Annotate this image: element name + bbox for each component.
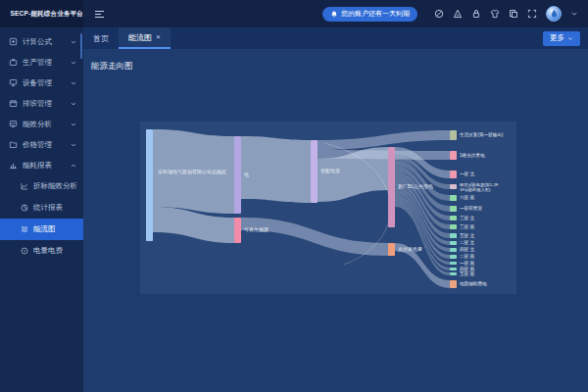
sidebar-subitem-label: 电量电费 <box>33 246 63 256</box>
sidebar-subitem-label: 折标能效分析 <box>33 181 77 191</box>
menu-collapse-icon[interactable] <box>94 10 105 19</box>
sankey-node-label: 二层 北 <box>460 240 474 246</box>
sidebar-subitem-electricity-fee[interactable]: 电量电费 <box>0 240 83 262</box>
fullscreen-icon[interactable] <box>527 9 537 19</box>
sankey-node-company[interactable] <box>146 129 153 241</box>
sidebar-item-formula[interactable]: 计算公式 <box>0 31 83 52</box>
sankey-node-label: 一层 北 <box>460 172 474 177</box>
sankey-node-label: 三层 北 <box>460 216 474 221</box>
sidebar-item-production[interactable]: 生产管理 <box>0 52 83 73</box>
sankey-node-f3n[interactable] <box>450 216 457 220</box>
sankey-link-renew-pv[interactable] <box>241 218 388 256</box>
sidebar-subitem-coal-analysis[interactable]: 折标能效分析 <box>0 175 83 197</box>
schedule-icon <box>9 99 18 108</box>
account-expiry-notice[interactable]: 您的账户还有一天到期 <box>322 7 417 22</box>
sankey-node-label: 一层研发室 <box>460 205 482 211</box>
logo-text: SECP-能耗综合业务平台 <box>11 10 83 19</box>
app-window: SECP-能耗综合业务平台 您的账户还有一天到期 <box>0 0 588 392</box>
top-header: SECP-能耗综合业务平台 您的账户还有一天到期 <box>0 0 588 27</box>
flask-icon[interactable] <box>453 9 463 19</box>
chevron-down-icon <box>71 61 76 65</box>
chevron-down-icon <box>71 143 76 147</box>
sidebar-item-label: 能耗报表 <box>23 161 52 171</box>
sankey-node-pv1f[interactable] <box>450 151 457 160</box>
tab-bar: 首页 能流图 × 更多 <box>83 27 588 49</box>
sankey-node-label: 新厂B1公共用电 <box>398 183 433 190</box>
sankey-node-pump[interactable] <box>450 130 457 140</box>
flow-icon <box>21 225 28 233</box>
sankey-node-label: 电 <box>244 172 249 177</box>
close-icon[interactable]: × <box>156 33 161 41</box>
sankey-node-label: 五层 北 <box>460 233 474 239</box>
sankey-node-f5s[interactable] <box>450 272 457 275</box>
sidebar-item-label: 价格管理 <box>23 140 52 150</box>
chevron-down-icon[interactable] <box>570 11 578 17</box>
sidebar-subitem-energy-flow[interactable]: 能流图 <box>0 219 83 240</box>
sankey-node-label: 1楼光伏发电 <box>460 152 485 159</box>
sidebar-item-device[interactable]: 设备管理 <box>0 73 83 93</box>
sankey-node-label: 五层 南 <box>460 271 474 276</box>
sankey-node-f1n[interactable] <box>450 171 457 178</box>
sankey-node-elec[interactable] <box>234 136 241 214</box>
sankey-node-f1rd[interactable] <box>450 206 457 212</box>
sidebar-scrollbar[interactable] <box>80 33 82 59</box>
sidebar-item-label: 生产管理 <box>23 58 52 68</box>
sidebar-subitem-label: 能流图 <box>33 224 56 234</box>
sankey-node-label: 光伏发电量 <box>398 246 422 253</box>
sidebar-item-schedule[interactable]: 排班管理 <box>0 93 83 114</box>
sankey-node-f3s[interactable] <box>450 224 457 229</box>
sankey-node-renew[interactable] <box>234 218 241 243</box>
sankey-node-label: 二层 南 <box>460 254 474 259</box>
price-icon <box>9 140 18 149</box>
lock-icon[interactable] <box>471 9 481 19</box>
sankey-node-label: 地面辅助用电 <box>459 280 487 287</box>
sidebar-item-energy-report[interactable]: 能耗报表 <box>0 155 83 175</box>
sidebar-item-price[interactable]: 价格管理 <box>0 134 83 155</box>
chevron-down-icon <box>71 122 76 126</box>
sidebar-nav: 计算公式 生产管理 设备管理 <box>0 27 83 392</box>
sankey-node-label: 四层 北 <box>460 247 474 253</box>
theme-icon[interactable] <box>490 9 500 19</box>
user-avatar[interactable] <box>546 6 562 22</box>
tab-home[interactable]: 首页 <box>83 27 119 49</box>
sankey-node-rd[interactable] <box>450 184 457 189</box>
sankey-node-plantB1[interactable] <box>388 147 395 227</box>
sidebar-item-efficiency[interactable]: 能效分析 <box>0 114 83 134</box>
sankey-node-label: 1F试验机接入柜) <box>460 187 491 193</box>
sankey-node-label: 三层 南 <box>460 224 474 229</box>
sankey-node-label: 安科瑞电气股份有限公司总能耗 <box>158 169 226 175</box>
notice-text: 您的账户还有一天到期 <box>341 9 410 19</box>
sankey-node-f2s[interactable] <box>450 255 457 259</box>
more-button[interactable]: 更多 <box>543 31 580 46</box>
sankey-node-label: 可再生能源 <box>243 226 269 233</box>
chevron-down-icon <box>71 81 76 85</box>
tab-label: 首页 <box>93 33 109 44</box>
sankey-link-elec-dist[interactable] <box>241 136 311 203</box>
efficiency-icon <box>9 120 18 128</box>
sankey-node-pv[interactable] <box>388 243 395 256</box>
sankey-node-dist[interactable] <box>311 140 318 203</box>
stats-icon <box>21 204 28 212</box>
sankey-node-f2n[interactable] <box>450 241 457 245</box>
sankey-node-aux[interactable] <box>450 280 457 288</box>
sankey-node-f4n[interactable] <box>450 248 457 252</box>
sidebar-subitem-label: 统计报表 <box>33 203 63 213</box>
sankey-node-label: 六层 南 <box>460 195 474 200</box>
sankey-chart: 安科瑞电气股份有限公司总能耗电可再生能源变配电室新厂B1公共用电光伏发电量生活水… <box>142 123 514 292</box>
main-content: 能源走向图 安科瑞电气股份有限公司总能耗电可再生能源变配电室新厂B1公共用电光伏… <box>83 49 588 392</box>
device-icon <box>9 78 18 87</box>
sankey-node-f1s[interactable] <box>450 262 457 265</box>
report-icon <box>9 161 18 170</box>
app-logo: SECP-能耗综合业务平台 <box>0 0 83 27</box>
tab-energy-flow[interactable]: 能流图 × <box>119 27 171 49</box>
slash-circle-icon[interactable] <box>434 9 444 19</box>
sankey-node-f4s[interactable] <box>450 268 457 270</box>
sankey-node-f6s[interactable] <box>450 195 457 201</box>
sankey-node-f5n[interactable] <box>450 233 457 238</box>
copy-icon[interactable] <box>509 9 518 19</box>
more-button-label: 更多 <box>550 33 564 43</box>
flame-icon <box>7 9 8 20</box>
formula-icon <box>9 37 18 46</box>
sidebar-subitem-stats-report[interactable]: 统计报表 <box>0 197 83 219</box>
chevron-down-icon <box>567 36 573 41</box>
